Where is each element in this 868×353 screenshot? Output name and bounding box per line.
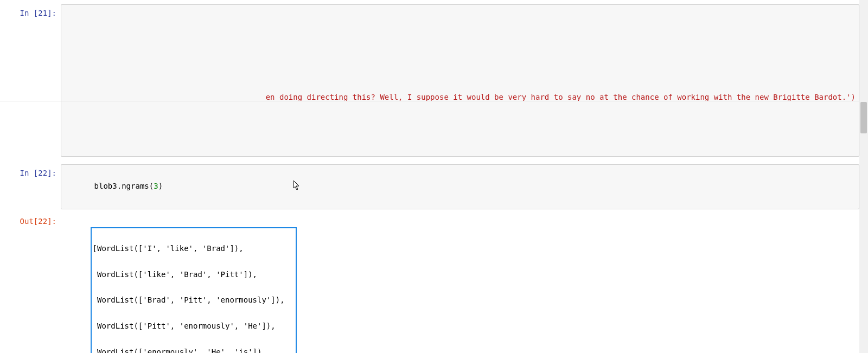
prompt-out-22: Out[22]: xyxy=(0,213,61,226)
code-arg-3: 3 xyxy=(154,182,158,190)
output-line: WordList(['like', 'Brad', 'Pitt']), xyxy=(93,268,294,281)
code-ident-ngrams: ngrams xyxy=(122,182,149,190)
code-dot: . xyxy=(117,182,122,190)
prompt-in-22: In [22]: xyxy=(0,164,61,177)
code-cell-22[interactable]: blob3.ngrams(3) xyxy=(61,164,859,209)
cell-in-21: In [21]: en doing directing this? Well, … xyxy=(0,4,868,157)
output-line: WordList(['Pitt', 'enormously', 'He']), xyxy=(93,320,294,333)
code-ident-blob3: blob3 xyxy=(94,182,117,190)
code-paren-close: ) xyxy=(158,182,163,190)
vertical-scrollbar[interactable]: ▴ xyxy=(859,0,868,353)
scrollbar-thumb[interactable] xyxy=(860,102,867,133)
code-paren-open: ( xyxy=(149,182,154,190)
output-area-22: [WordList(['I', 'like', 'Brad']), WordLi… xyxy=(61,213,859,353)
cell-out-22: Out[22]: [WordList(['I', 'like', 'Brad']… xyxy=(0,213,868,353)
output-line: [WordList(['I', 'like', 'Brad']), xyxy=(93,242,294,255)
cell-in-22: In [22]: blob3.ngrams(3) xyxy=(0,164,868,209)
code-string-21: en doing directing this? Well, I suppose… xyxy=(61,92,859,104)
notebook-container: In [21]: en doing directing this? Well, … xyxy=(0,0,868,353)
code-scroll-21[interactable]: en doing directing this? Well, I suppose… xyxy=(61,68,859,128)
prompt-in-21: In [21]: xyxy=(0,4,61,17)
output-highlight-box: [WordList(['I', 'like', 'Brad']), WordLi… xyxy=(91,227,297,353)
output-line: WordList(['Brad', 'Pitt', 'enormously'])… xyxy=(93,294,294,307)
output-separator xyxy=(0,101,859,101)
output-line: WordList(['enormously', 'He', 'is']), xyxy=(93,346,294,353)
code-cell-21[interactable]: en doing directing this? Well, I suppose… xyxy=(61,4,859,157)
